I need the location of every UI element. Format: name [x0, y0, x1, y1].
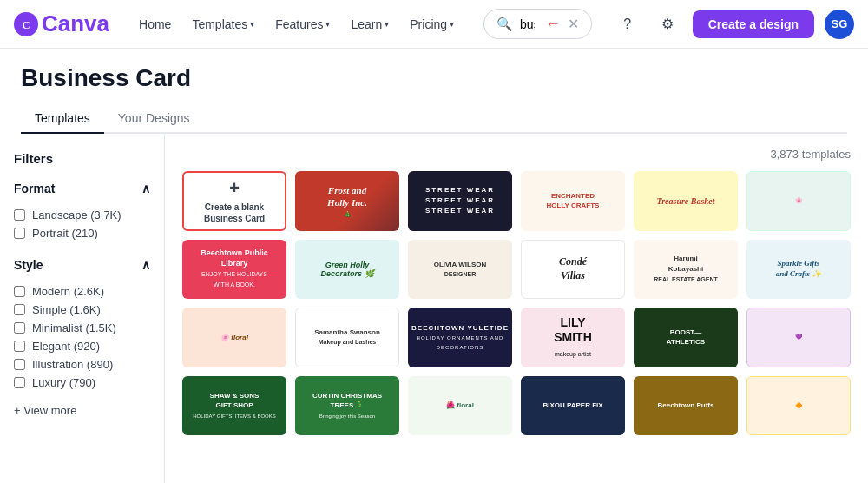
filter-simple-label: Simple (1.6K) [32, 303, 101, 316]
canva-logo[interactable]: C Canva [14, 10, 109, 37]
tab-templates[interactable]: Templates [21, 104, 104, 134]
filter-illustration-label: Illustration (890) [32, 358, 113, 371]
search-input[interactable] [520, 17, 535, 31]
template-placeholder-3[interactable]: 🔶 [746, 376, 851, 436]
nav-learn[interactable]: Learn ▾ [342, 12, 398, 36]
sidebar: Filters Format ∧ Landscape (3.7K) Portra… [0, 134, 165, 483]
filter-style-collapse-icon: ∧ [141, 258, 150, 272]
filter-modern-checkbox[interactable] [14, 286, 25, 297]
search-bar: 🔍 ← ✕ [483, 9, 592, 39]
filter-format-label: Format [14, 182, 55, 195]
filter-group-format: Format ∧ Landscape (3.7K) Portrait (210) [14, 178, 150, 242]
template-green-holly[interactable]: Green HollyDecorators 🌿 [295, 240, 399, 300]
filter-luxury-checkbox[interactable] [14, 377, 25, 388]
content: Filters Format ∧ Landscape (3.7K) Portra… [0, 134, 868, 483]
template-boost-athletics[interactable]: BOOST—ATHLETICS [634, 308, 738, 367]
logo-text: Canva [42, 10, 109, 37]
template-lily-smith[interactable]: LILYSMITHmakeup artist [521, 308, 625, 367]
template-frost-holly[interactable]: Frost andHolly Inc. 🎄 [295, 171, 399, 231]
template-conde-villas[interactable]: CondéVillas [521, 240, 625, 300]
template-row-1: + Create a blank Business Card Frost and… [182, 171, 851, 231]
template-beechtown-library[interactable]: Beechtown PublicLibraryENJOY THE HOLIDAY… [182, 240, 286, 300]
filter-luxury-label: Luxury (790) [32, 376, 95, 389]
nav-home[interactable]: Home [130, 12, 180, 36]
filter-landscape-checkbox[interactable] [14, 209, 25, 221]
template-enchanted-holly[interactable]: ENCHANTEDHOLLY CRAFTS [521, 171, 625, 231]
filter-minimalist-checkbox[interactable] [14, 322, 25, 334]
main-content: 3,873 templates + Create a blank Busines… [165, 134, 868, 483]
filter-portrait-label: Portrait (210) [32, 227, 98, 240]
template-street-wear[interactable]: STREET WEARSTREET WEARSTREET WEAR [408, 171, 512, 231]
filter-group-style: Style ∧ Modern (2.6K) Simple (1.6K) Mini… [14, 255, 150, 392]
search-clear-icon[interactable]: ✕ [568, 16, 579, 32]
filter-simple[interactable]: Simple (1.6K) [14, 301, 150, 319]
page-header: Business Card Templates Your Designs [0, 49, 868, 134]
tab-your-designs[interactable]: Your Designs [104, 104, 204, 134]
help-button[interactable]: ? [613, 10, 642, 39]
filter-format-header[interactable]: Format ∧ [14, 178, 150, 199]
template-beechtown-yuletide[interactable]: BEECHTOWN YULETIDEHOLIDAY ORNAMENTS AND … [408, 308, 512, 367]
template-sparkle-gifts[interactable]: Sparkle Giftsand Crafts ✨ [746, 240, 851, 300]
filter-elegant-checkbox[interactable] [14, 341, 25, 352]
template-shaw-sons[interactable]: SHAW & SONSGIFT SHOPHOLIDAY GIFTS, ITEMS… [182, 376, 286, 436]
settings-button[interactable]: ⚙ [653, 10, 682, 39]
template-olivia-wilson[interactable]: OLIVIA WILSONDESIGNER [408, 240, 512, 300]
filter-elegant[interactable]: Elegant (920) [14, 337, 150, 355]
template-bixou-paper[interactable]: BIXOU PAPER FIX [521, 376, 625, 436]
page-title: Business Card [21, 64, 847, 92]
avatar[interactable]: SG [825, 10, 854, 39]
filter-simple-checkbox[interactable] [14, 304, 25, 315]
view-more-label: + View more [14, 404, 76, 417]
filter-landscape[interactable]: Landscape (3.7K) [14, 206, 150, 224]
filter-luxury[interactable]: Luxury (790) [14, 374, 150, 392]
view-more-button[interactable]: + View more [14, 404, 150, 417]
filter-portrait-checkbox[interactable] [14, 228, 25, 239]
create-blank-card[interactable]: + Create a blank Business Card [182, 171, 286, 231]
create-design-button[interactable]: Create a design [693, 10, 814, 38]
filter-style-label: Style [14, 258, 43, 272]
template-floral-light[interactable]: 🌺 floral [408, 376, 512, 436]
template-treasure-basket[interactable]: Treasure Basket [634, 171, 738, 231]
filter-landscape-label: Landscape (3.7K) [32, 208, 122, 222]
template-row-3: 🌸 floral Samantha SwansonMakeup and Lash… [182, 308, 851, 367]
filter-modern[interactable]: Modern (2.6K) [14, 282, 150, 301]
page-wrap: Business Card Templates Your Designs Fil… [0, 49, 868, 483]
template-count: 3,873 templates [182, 148, 851, 161]
template-samantha[interactable]: Samantha SwansonMakeup and Lashes [295, 308, 399, 367]
filter-format-collapse-icon: ∧ [141, 182, 150, 195]
navbar: C Canva Home Templates ▾ Features ▾ Lear… [0, 0, 868, 49]
search-icon: 🔍 [496, 17, 513, 32]
search-arrow-icon: ← [545, 15, 561, 33]
template-row-2: Beechtown PublicLibraryENJOY THE HOLIDAY… [182, 240, 851, 300]
filter-elegant-label: Elegant (920) [32, 340, 100, 353]
template-peach-floral[interactable]: 🌸 floral [182, 308, 286, 367]
svg-text:C: C [22, 17, 30, 30]
filter-style-header[interactable]: Style ∧ [14, 255, 150, 275]
template-beechtown-puffs[interactable]: Beechtown Puffs [634, 376, 738, 436]
template-placeholder-1[interactable]: 🌸 [746, 171, 851, 231]
nav-templates[interactable]: Templates ▾ [183, 12, 263, 36]
create-blank-label: Create a blank Business Card [184, 202, 285, 224]
filter-illustration[interactable]: Illustration (890) [14, 355, 150, 374]
template-harumi[interactable]: HarumiKobayashiREAL ESTATE AGENT [634, 240, 738, 300]
template-placeholder-2[interactable]: 💜 [746, 308, 851, 367]
nav-links: Home Templates ▾ Features ▾ Learn ▾ Pric… [130, 12, 463, 36]
template-curtin-christmas[interactable]: CURTIN CHRISTMASTREES 🎄Bringing joy this… [295, 376, 399, 436]
create-plus-icon: + [229, 178, 240, 198]
filter-portrait[interactable]: Portrait (210) [14, 224, 150, 242]
filter-minimalist-label: Minimalist (1.5K) [32, 321, 116, 334]
filter-modern-label: Modern (2.6K) [32, 285, 104, 298]
template-row-4: SHAW & SONSGIFT SHOPHOLIDAY GIFTS, ITEMS… [182, 376, 851, 436]
filter-illustration-checkbox[interactable] [14, 359, 25, 370]
nav-features[interactable]: Features ▾ [266, 12, 339, 36]
filters-title: Filters [14, 151, 150, 166]
filter-minimalist[interactable]: Minimalist (1.5K) [14, 319, 150, 337]
tabs: Templates Your Designs [21, 104, 847, 134]
nav-right: ? ⚙ Create a design SG [613, 10, 854, 39]
nav-pricing[interactable]: Pricing ▾ [401, 12, 463, 36]
